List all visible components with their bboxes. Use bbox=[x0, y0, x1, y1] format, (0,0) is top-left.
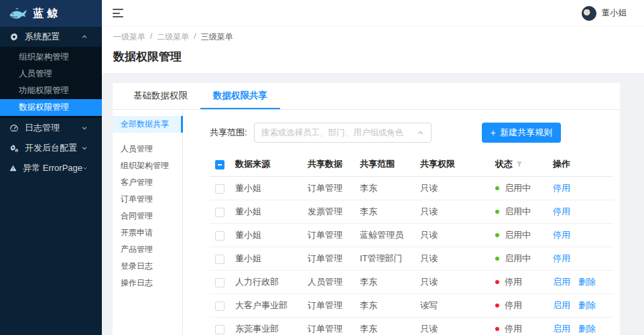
action-link[interactable]: 停用 bbox=[553, 183, 570, 193]
cell-source: 董小姐 bbox=[230, 177, 302, 200]
status-text: 启用中 bbox=[505, 253, 531, 263]
column-header-content: 共享权限 bbox=[420, 158, 455, 170]
column-header-4: 状态 bbox=[490, 151, 548, 177]
row-checkbox-cell bbox=[210, 318, 230, 335]
share-menu-item-3[interactable]: 客户管理 bbox=[113, 174, 182, 191]
gears-icon bbox=[9, 143, 19, 153]
share-menu-item-9[interactable]: 操作日志 bbox=[113, 275, 182, 291]
breadcrumb-item[interactable]: 一级菜单 bbox=[113, 31, 145, 43]
row-checkbox[interactable] bbox=[215, 231, 224, 241]
dashboard-icon bbox=[9, 123, 19, 133]
table-row: 东莞事业部订单管理李东只读停用启用删除 bbox=[210, 318, 613, 335]
action-link[interactable]: 启用 bbox=[553, 300, 570, 310]
share-menu-item-4[interactable]: 订单管理 bbox=[113, 191, 182, 208]
share-rules-table: 数据来源共享数据共享范围共享权限状态操作 董小姐订单管理李东只读启用中停用董小姐… bbox=[210, 151, 613, 335]
share-menu-item-0[interactable]: 全部数据共享 bbox=[113, 116, 182, 133]
cell-permission: 读写 bbox=[415, 294, 490, 318]
action-link[interactable]: 启用 bbox=[553, 324, 570, 334]
status-text: 启用中 bbox=[505, 230, 531, 240]
share-category-menu: 全部数据共享人员管理组织架构管理客户管理订单管理合同管理开票申请产品管理登录日志… bbox=[113, 110, 183, 335]
page-header: 一级菜单 / 二级菜单 / 三级菜单 数据权限管理 bbox=[102, 27, 644, 73]
new-share-rule-button[interactable]: + 新建共享规则 bbox=[482, 123, 561, 143]
column-header-content: 状态 bbox=[495, 158, 523, 170]
page-title: 数据权限管理 bbox=[113, 49, 628, 64]
brand-logo[interactable]: 蓝鲸 bbox=[0, 0, 102, 27]
action-link[interactable]: 删除 bbox=[578, 277, 596, 287]
chevron-up-icon bbox=[81, 34, 88, 40]
row-checkbox[interactable] bbox=[215, 184, 224, 194]
cell-shared_data: 发票管理 bbox=[302, 200, 355, 224]
sidebar-submenu: 组织架构管理人员管理功能权限管理数据权限管理 bbox=[0, 47, 102, 118]
brand-name: 蓝鲸 bbox=[33, 7, 61, 21]
cell-scope: 李东 bbox=[355, 200, 415, 224]
sidebar-section-0[interactable]: 系统配置 bbox=[0, 27, 102, 47]
tab-data-permission-share[interactable]: 数据权限共享 bbox=[200, 83, 280, 109]
filter-icon[interactable] bbox=[516, 161, 523, 168]
action-link[interactable]: 删除 bbox=[578, 324, 596, 334]
tab-basic-data-permission[interactable]: 基础数据权限 bbox=[121, 83, 200, 109]
status-dot bbox=[495, 186, 499, 190]
cell-status: 启用中 bbox=[490, 200, 548, 224]
breadcrumb-separator: / bbox=[194, 31, 196, 43]
row-checkbox[interactable] bbox=[215, 208, 224, 217]
chevron-down-icon bbox=[81, 145, 88, 151]
table-row: 董小姐订单管理IT管理部门只读启用中停用 bbox=[210, 247, 613, 271]
status-dot bbox=[495, 210, 499, 214]
action-link[interactable]: 删除 bbox=[578, 300, 596, 310]
cell-status: 启用中 bbox=[490, 224, 548, 247]
share-scope-select[interactable] bbox=[254, 123, 432, 143]
row-checkbox-cell bbox=[210, 177, 230, 200]
status-text: 停用 bbox=[505, 300, 522, 310]
share-menu-item-6[interactable]: 开票申请 bbox=[113, 224, 182, 241]
avatar bbox=[582, 6, 596, 21]
sidebar-item-0-2[interactable]: 功能权限管理 bbox=[0, 82, 102, 99]
row-checkbox[interactable] bbox=[215, 278, 224, 287]
row-checkbox[interactable] bbox=[215, 325, 224, 334]
gear-icon bbox=[9, 32, 19, 42]
cell-scope: 李东 bbox=[355, 177, 415, 200]
chevron-up-icon bbox=[417, 129, 424, 137]
share-menu-item-8[interactable]: 登录日志 bbox=[113, 258, 182, 275]
status-dot bbox=[495, 304, 499, 308]
row-checkbox[interactable] bbox=[215, 255, 224, 264]
action-link[interactable]: 停用 bbox=[553, 206, 570, 216]
tabbar: 基础数据权限 数据权限共享 bbox=[113, 83, 620, 110]
share-menu-item-1[interactable]: 人员管理 bbox=[113, 141, 182, 157]
cell-scope: 李东 bbox=[355, 271, 415, 294]
column-header-content: 共享范围 bbox=[360, 158, 395, 170]
column-header-label: 状态 bbox=[495, 158, 513, 170]
column-header-5: 操作 bbox=[548, 151, 613, 177]
share-menu-item-5[interactable]: 合同管理 bbox=[113, 208, 182, 224]
breadcrumb-item[interactable]: 二级菜单 bbox=[157, 31, 189, 43]
column-header-content: 共享数据 bbox=[308, 158, 342, 170]
cell-status: 启用中 bbox=[490, 247, 548, 271]
sidebar-section-2[interactable]: 开发后台配置 bbox=[0, 138, 102, 158]
user-menu[interactable]: 董小姐 bbox=[582, 6, 627, 21]
row-checkbox[interactable] bbox=[215, 302, 224, 311]
select-all-checkbox[interactable] bbox=[215, 160, 224, 170]
cell-status: 停用 bbox=[490, 271, 548, 294]
action-link[interactable]: 停用 bbox=[553, 230, 570, 240]
column-header-label: 共享范围 bbox=[360, 158, 395, 170]
action-link[interactable]: 停用 bbox=[553, 253, 570, 263]
card: 基础数据权限 数据权限共享 全部数据共享人员管理组织架构管理客户管理订单管理合同… bbox=[113, 83, 620, 335]
header-checkbox-cell bbox=[210, 151, 230, 177]
sidebar-item-0-0[interactable]: 组织架构管理 bbox=[0, 49, 102, 66]
column-header-label: 共享权限 bbox=[420, 158, 455, 170]
sidebar-item-0-1[interactable]: 人员管理 bbox=[0, 66, 102, 82]
topbar: 董小姐 bbox=[102, 0, 644, 27]
cell-actions: 启用删除 bbox=[548, 294, 613, 318]
cell-shared_data: 订单管理 bbox=[302, 247, 355, 271]
share-menu-item-7[interactable]: 产品管理 bbox=[113, 241, 182, 258]
column-header-label: 数据来源 bbox=[235, 158, 270, 170]
sidebar-item-0-3[interactable]: 数据权限管理 bbox=[0, 99, 102, 116]
sidebar-section-3[interactable]: 异常 ErrorPage bbox=[0, 158, 102, 178]
action-link[interactable]: 启用 bbox=[553, 277, 570, 287]
sidebar-collapse-icon[interactable] bbox=[113, 9, 123, 17]
share-menu-item-2[interactable]: 组织架构管理 bbox=[113, 157, 182, 174]
user-name: 董小姐 bbox=[602, 7, 627, 19]
sidebar-section-1[interactable]: 日志管理 bbox=[0, 118, 102, 138]
status-dot bbox=[495, 257, 499, 261]
share-scope-input[interactable] bbox=[261, 128, 417, 137]
sidebar-section-label: 异常 ErrorPage bbox=[23, 162, 82, 174]
